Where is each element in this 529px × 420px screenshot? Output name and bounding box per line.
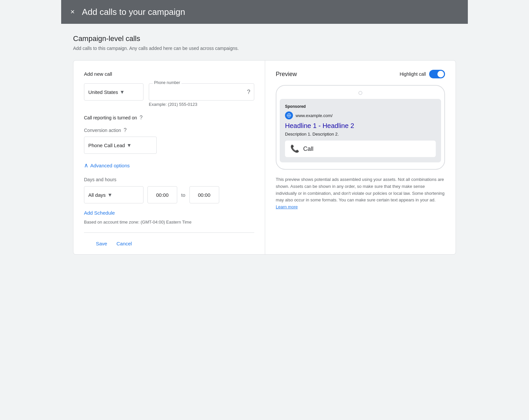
highlight-call-row: Highlight call (400, 70, 445, 78)
cancel-button[interactable]: Cancel (115, 238, 133, 249)
card-footer: Save Cancel (84, 232, 254, 254)
ad-headline: Headline 1 - Headline 2 (285, 122, 436, 130)
phone-number-input[interactable] (149, 83, 254, 101)
globe-icon (285, 111, 293, 119)
section-desc: Add calls to this campaign. Any calls ad… (73, 46, 456, 51)
advanced-options-chevron-up-icon: ∧ (84, 162, 88, 169)
country-value: United States (88, 89, 118, 95)
close-icon[interactable]: × (70, 8, 75, 16)
phone-notch (358, 91, 362, 95)
main-card: Add new call United States ▾ Phone numbe… (73, 60, 456, 255)
conversion-value: Phone Call Lead (88, 143, 125, 148)
ad-call-button[interactable]: 📞 Call (285, 141, 436, 157)
conversion-chevron-icon: ▾ (128, 142, 131, 149)
to-label: to (181, 192, 185, 198)
phone-help-icon[interactable]: ? (247, 89, 250, 96)
call-reporting-row: Call reporting is turned on ? (84, 115, 254, 121)
time-from-input[interactable] (147, 186, 177, 203)
modal-body: Campaign-level calls Add calls to this c… (61, 24, 468, 261)
phone-row: United States ▾ Phone number ? (84, 83, 254, 101)
ad-url-row: www.example.com/ (285, 111, 436, 119)
modal-header: × Add calls to your campaign (61, 0, 468, 24)
call-reporting-text: Call reporting is turned on (84, 115, 137, 120)
preview-note-text: This preview shows potential ads assembl… (276, 177, 445, 202)
preview-note: This preview shows potential ads assembl… (276, 176, 445, 211)
save-button[interactable]: Save (95, 238, 108, 249)
call-text: Call (303, 146, 313, 152)
modal-title: Add calls to your campaign (82, 7, 185, 17)
conversion-help-icon[interactable]: ? (124, 127, 127, 133)
ad-description: Description 1. Description 2. (285, 132, 436, 137)
call-reporting-help-icon[interactable]: ? (140, 115, 142, 121)
preview-header: Preview Highlight call (276, 70, 445, 78)
add-schedule-link[interactable]: Add Schedule (84, 210, 254, 216)
timezone-note: Based on account time zone: (GMT-04:00) … (84, 220, 254, 232)
days-hours-label: Days and hours (84, 177, 254, 182)
learn-more-link[interactable]: Learn more (276, 204, 298, 209)
all-days-chevron-icon: ▾ (108, 191, 111, 198)
highlight-call-toggle[interactable] (429, 70, 445, 78)
phone-icon: 📞 (290, 145, 299, 153)
conversion-action-select[interactable]: Phone Call Lead ▾ (84, 137, 157, 154)
add-new-call-label: Add new call (84, 71, 254, 77)
days-hours-row: All days ▾ to (84, 186, 254, 203)
highlight-call-label: Highlight call (400, 71, 426, 77)
advanced-options-toggle[interactable]: ∧ Advanced options (84, 162, 254, 169)
advanced-options-label: Advanced options (90, 163, 130, 168)
all-days-value: All days (88, 192, 106, 198)
conversion-label-text: Conversion action (84, 128, 121, 133)
all-days-select[interactable]: All days ▾ (84, 186, 143, 203)
time-to-input[interactable] (189, 186, 219, 203)
phone-input-wrap: Phone number ? (149, 83, 254, 101)
phone-mockup: Sponsored www.example.com/ (276, 85, 445, 170)
sponsored-label: Sponsored (285, 104, 436, 109)
conversion-action-label: Conversion action ? (84, 127, 254, 133)
left-panel: Add new call United States ▾ Phone numbe… (73, 61, 265, 254)
preview-label: Preview (276, 71, 297, 78)
section-title: Campaign-level calls (73, 34, 456, 43)
country-chevron-icon: ▾ (121, 88, 124, 96)
ad-preview-card: Sponsored www.example.com/ (280, 99, 441, 162)
country-select[interactable]: United States ▾ (84, 83, 143, 101)
right-panel: Preview Highlight call Sponsored (265, 61, 456, 254)
ad-url: www.example.com/ (296, 113, 333, 118)
phone-example: Example: (201) 555-0123 (84, 102, 254, 107)
